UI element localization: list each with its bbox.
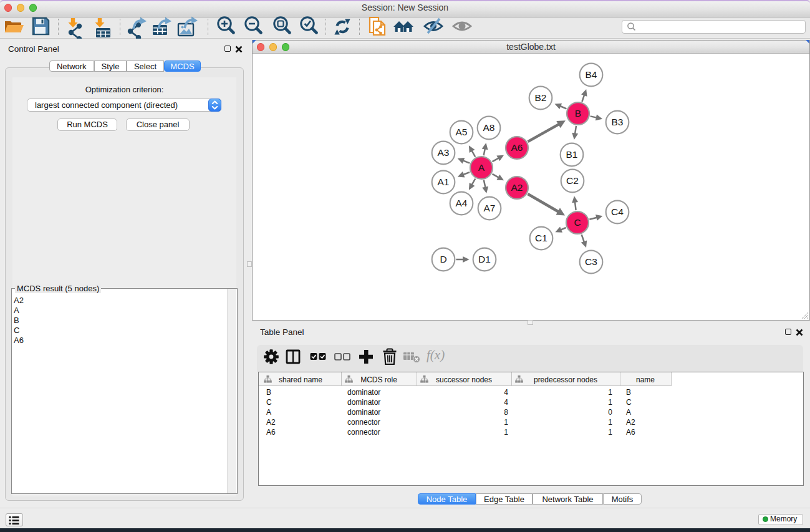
svg-text:A1: A1 bbox=[438, 177, 450, 187]
svg-text:C2: C2 bbox=[566, 175, 579, 186]
svg-text:B2: B2 bbox=[535, 92, 547, 103]
svg-text:A5: A5 bbox=[456, 127, 468, 137]
svg-text:A6: A6 bbox=[511, 142, 523, 153]
svg-text:D1: D1 bbox=[478, 254, 491, 264]
svg-text:A: A bbox=[478, 162, 485, 173]
svg-text:A8: A8 bbox=[483, 122, 495, 133]
svg-text:B: B bbox=[575, 108, 581, 118]
svg-text:A7: A7 bbox=[484, 203, 496, 213]
svg-text:A4: A4 bbox=[456, 198, 468, 208]
svg-text:B1: B1 bbox=[566, 149, 578, 160]
svg-text:C3: C3 bbox=[585, 256, 597, 267]
svg-text:C: C bbox=[574, 217, 581, 228]
svg-text:D: D bbox=[440, 254, 446, 264]
svg-text:B3: B3 bbox=[612, 117, 624, 127]
svg-text:A2: A2 bbox=[511, 182, 523, 193]
svg-text:B4: B4 bbox=[586, 69, 597, 80]
svg-text:A3: A3 bbox=[438, 147, 450, 158]
svg-text:C4: C4 bbox=[611, 206, 624, 217]
svg-text:C1: C1 bbox=[535, 233, 547, 243]
